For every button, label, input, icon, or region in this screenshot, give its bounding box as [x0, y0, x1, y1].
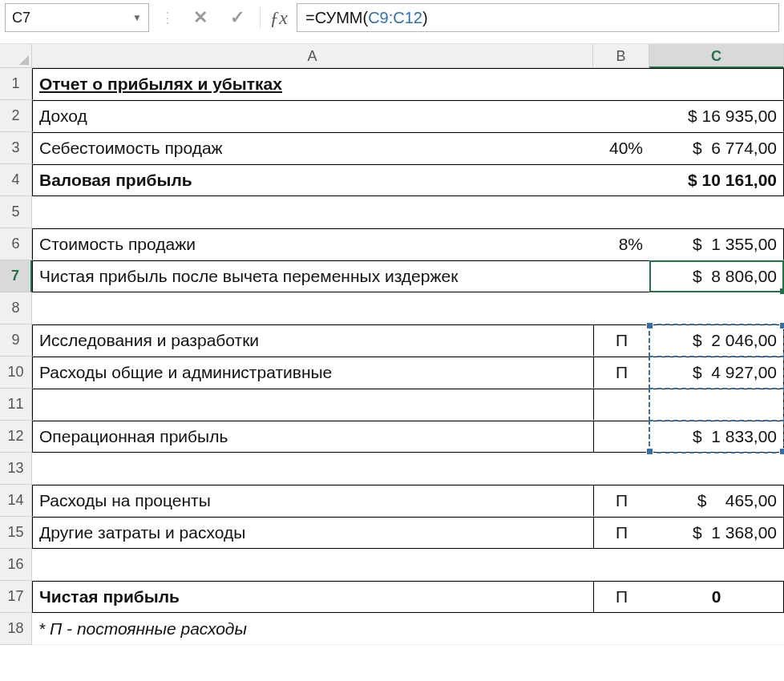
- cell-c7[interactable]: $ 8 806,00: [649, 260, 784, 292]
- cell-c18[interactable]: [649, 613, 784, 645]
- row-header[interactable]: 11: [0, 389, 32, 421]
- row-header[interactable]: 8: [0, 292, 32, 324]
- col-header-a[interactable]: A: [32, 44, 593, 68]
- cell-b17[interactable]: П: [593, 581, 649, 613]
- formula-input[interactable]: =СУММ(C9:C12): [297, 3, 779, 32]
- row-header[interactable]: 2: [0, 100, 32, 132]
- cell-a6[interactable]: Стоимость продажи: [32, 228, 593, 260]
- cell-b9[interactable]: П: [593, 324, 649, 357]
- cell-b10[interactable]: П: [593, 357, 649, 389]
- row-header[interactable]: 6: [0, 228, 32, 260]
- select-all-corner[interactable]: [0, 44, 32, 68]
- cell-a17[interactable]: Чистая прибыль: [32, 581, 593, 613]
- row-header[interactable]: 17: [0, 581, 32, 613]
- cell-a12[interactable]: Операционная прибыль: [32, 421, 593, 453]
- insert-function-icon[interactable]: ƒx: [260, 7, 289, 29]
- cell-b16[interactable]: [593, 549, 649, 581]
- formula-bar: C7 ▼ ⋮ ✕ ✓ ƒx =СУММ(C9:C12): [0, 0, 784, 44]
- row-header[interactable]: 14: [0, 485, 32, 517]
- col-header-b[interactable]: B: [593, 44, 649, 68]
- cell-b11[interactable]: [593, 389, 649, 421]
- cell-a4[interactable]: Валовая прибыль: [32, 164, 593, 196]
- cell-c4[interactable]: $ 10 161,00: [649, 164, 784, 196]
- row-header[interactable]: 16: [0, 549, 32, 581]
- cell-b4[interactable]: [593, 164, 649, 196]
- cell-a7[interactable]: Чистая прибыль после вычета переменных и…: [32, 260, 593, 292]
- cell-c5[interactable]: [649, 196, 784, 228]
- formula-text: =СУММ(C9:C12): [305, 9, 428, 27]
- cell-b12[interactable]: [593, 421, 649, 453]
- cell-b2[interactable]: [593, 100, 649, 132]
- accept-formula-icon[interactable]: ✓: [223, 6, 252, 30]
- cancel-formula-icon[interactable]: ✕: [186, 6, 215, 30]
- row-header[interactable]: 15: [0, 517, 32, 549]
- row-header[interactable]: 18: [0, 613, 32, 645]
- cell-c2[interactable]: $ 16 935,00: [649, 100, 784, 132]
- cell-b5[interactable]: [593, 196, 649, 228]
- cell-a15[interactable]: Другие затраты и расходы: [32, 517, 593, 549]
- cell-c11[interactable]: [649, 389, 784, 421]
- cell-b15[interactable]: П: [593, 517, 649, 549]
- cell-c8[interactable]: [649, 292, 784, 324]
- cell-a5[interactable]: [32, 196, 593, 228]
- cell-b3[interactable]: 40%: [593, 132, 649, 164]
- spreadsheet-grid[interactable]: A B C 1 Отчет о прибылях и убытках 2 Дох…: [0, 44, 784, 645]
- cell-a16[interactable]: [32, 549, 593, 581]
- cell-a8[interactable]: [32, 292, 593, 324]
- cell-a9[interactable]: Исследования и разработки: [32, 324, 593, 357]
- cell-b7[interactable]: [593, 260, 649, 292]
- cell-b8[interactable]: [593, 292, 649, 324]
- row-header[interactable]: 9: [0, 324, 32, 357]
- cell-a11[interactable]: [32, 389, 593, 421]
- cell-b18[interactable]: [593, 613, 649, 645]
- row-header[interactable]: 5: [0, 196, 32, 228]
- cell-b1[interactable]: [593, 68, 649, 100]
- cell-a2[interactable]: Доход: [32, 100, 593, 132]
- name-box-value: C7: [12, 10, 30, 26]
- cell-c3[interactable]: $ 6 774,00: [649, 132, 784, 164]
- row-header[interactable]: 10: [0, 357, 32, 389]
- cell-c13[interactable]: [649, 453, 784, 485]
- cell-a3[interactable]: Себестоимость продаж: [32, 132, 593, 164]
- cell-c17[interactable]: 0: [649, 581, 784, 613]
- name-box[interactable]: C7 ▼: [5, 3, 149, 32]
- cell-c9[interactable]: $ 2 046,00: [649, 324, 784, 357]
- cell-b13[interactable]: [593, 453, 649, 485]
- row-header[interactable]: 1: [0, 68, 32, 100]
- cell-c1[interactable]: [649, 68, 784, 100]
- cell-c15[interactable]: $ 1 368,00: [649, 517, 784, 549]
- row-header[interactable]: 3: [0, 132, 32, 164]
- cell-c12[interactable]: $ 1 833,00: [649, 421, 784, 453]
- cell-b6[interactable]: 8%: [593, 228, 649, 260]
- row-header[interactable]: 4: [0, 164, 32, 196]
- cell-a18[interactable]: * П - постоянные расходы: [32, 613, 593, 645]
- cell-c16[interactable]: [649, 549, 784, 581]
- cell-a1[interactable]: Отчет о прибылях и убытках: [32, 68, 593, 100]
- separator-icon: ⋮: [157, 9, 178, 26]
- cell-c14[interactable]: $ 465,00: [649, 485, 784, 517]
- row-header[interactable]: 12: [0, 421, 32, 453]
- cell-c10[interactable]: $ 4 927,00: [649, 357, 784, 389]
- cell-a10[interactable]: Расходы общие и административные: [32, 357, 593, 389]
- cell-c6[interactable]: $ 1 355,00: [649, 228, 784, 260]
- cell-a13[interactable]: [32, 453, 593, 485]
- row-header[interactable]: 13: [0, 453, 32, 485]
- name-box-dropdown-icon[interactable]: ▼: [132, 12, 142, 23]
- col-header-c[interactable]: C: [649, 44, 784, 68]
- cell-b14[interactable]: П: [593, 485, 649, 517]
- cell-a14[interactable]: Расходы на проценты: [32, 485, 593, 517]
- row-header[interactable]: 7: [0, 260, 32, 292]
